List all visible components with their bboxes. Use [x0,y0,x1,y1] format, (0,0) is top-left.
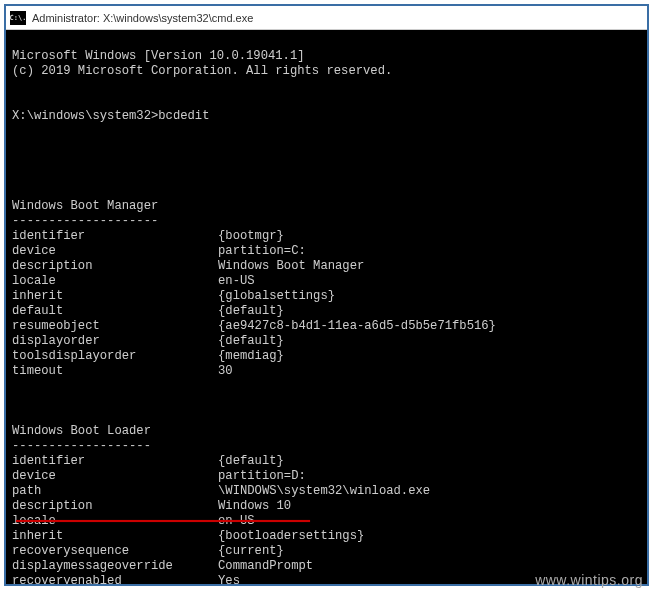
header-line2: (c) 2019 Microsoft Corporation. All righ… [12,64,392,78]
section2-row-identifier: identifier{default} [12,454,641,469]
section2-row-path: path\WINDOWS\system32\winload.exe [12,484,641,499]
section1-row-default: default{default} [12,304,641,319]
section1-val: {default} [218,334,284,349]
section2-title: Windows Boot Loader [12,424,151,438]
section2-key: recoveryenabled [12,574,218,584]
section1-row-description: descriptionWindows Boot Manager [12,259,641,274]
section1-key: device [12,244,218,259]
cmd-icon: C:\. [10,11,26,25]
highlight-underline [16,520,310,522]
prompt-line-1: X:\windows\system32>bcdedit [12,109,641,124]
section2-key: identifier [12,454,218,469]
section2-val: Windows 10 [218,499,291,514]
section2-val: CommandPrompt [218,559,313,574]
section1-dashes: -------------------- [12,214,158,228]
section2-val: partition=D: [218,469,306,484]
section2-val: Yes [218,574,240,584]
section2-val: {bootloadersettings} [218,529,364,544]
section1-key: identifier [12,229,218,244]
section1-key: timeout [12,364,218,379]
section1-val: {default} [218,304,284,319]
section1-row-resumeobject: resumeobject{ae9427c8-b4d1-11ea-a6d5-d5b… [12,319,641,334]
section2-key: description [12,499,218,514]
section1-row-timeout: timeout30 [12,364,641,379]
section2-dashes: ------------------- [12,439,151,453]
section2-key: device [12,469,218,484]
section1-title: Windows Boot Manager [12,199,158,213]
watermark: www.wintips.org [535,572,643,588]
section2-key: inherit [12,529,218,544]
section2-val: {current} [218,544,284,559]
section1-key: default [12,304,218,319]
section2-row-inherit: inherit{bootloadersettings} [12,529,641,544]
section1-val: {ae9427c8-b4d1-11ea-a6d5-d5b5e71fb516} [218,319,496,334]
section2-row-description: descriptionWindows 10 [12,499,641,514]
section2-val: \WINDOWS\system32\winload.exe [218,484,430,499]
section2-val: {default} [218,454,284,469]
window-title: Administrator: X:\windows\system32\cmd.e… [32,12,253,24]
section1-key: displayorder [12,334,218,349]
section1-row-inherit: inherit{globalsettings} [12,289,641,304]
section1-val: {memdiag} [218,349,284,364]
section1-val: {globalsettings} [218,289,335,304]
section1-key: toolsdisplayorder [12,349,218,364]
header-line1: Microsoft Windows [Version 10.0.19041.1] [12,49,305,63]
section1-row-device: devicepartition=C: [12,244,641,259]
section1-val: en-US [218,274,255,289]
section1-key: resumeobject [12,319,218,334]
section2-row-recoverysequence: recoverysequence{current} [12,544,641,559]
section1-val: Windows Boot Manager [218,259,364,274]
section1-row-identifier: identifier{bootmgr} [12,229,641,244]
section2-key: path [12,484,218,499]
titlebar[interactable]: C:\. Administrator: X:\windows\system32\… [6,6,647,30]
section1-val: 30 [218,364,233,379]
section1-row-toolsdisplayorder: toolsdisplayorder{memdiag} [12,349,641,364]
terminal-output[interactable]: Microsoft Windows [Version 10.0.19041.1]… [6,30,647,584]
section1-key: locale [12,274,218,289]
section1-key: inherit [12,289,218,304]
section1-key: description [12,259,218,274]
command-1: bcdedit [158,109,209,124]
section2-row-device: devicepartition=D: [12,469,641,484]
section2-key: recoverysequence [12,544,218,559]
section2-key: displaymessageoverride [12,559,218,574]
section1-val: {bootmgr} [218,229,284,244]
section1-row-displayorder: displayorder{default} [12,334,641,349]
section1-row-locale: localeen-US [12,274,641,289]
prompt-1: X:\windows\system32> [12,109,158,124]
cmd-window: C:\. Administrator: X:\windows\system32\… [4,4,649,586]
section1-val: partition=C: [218,244,306,259]
